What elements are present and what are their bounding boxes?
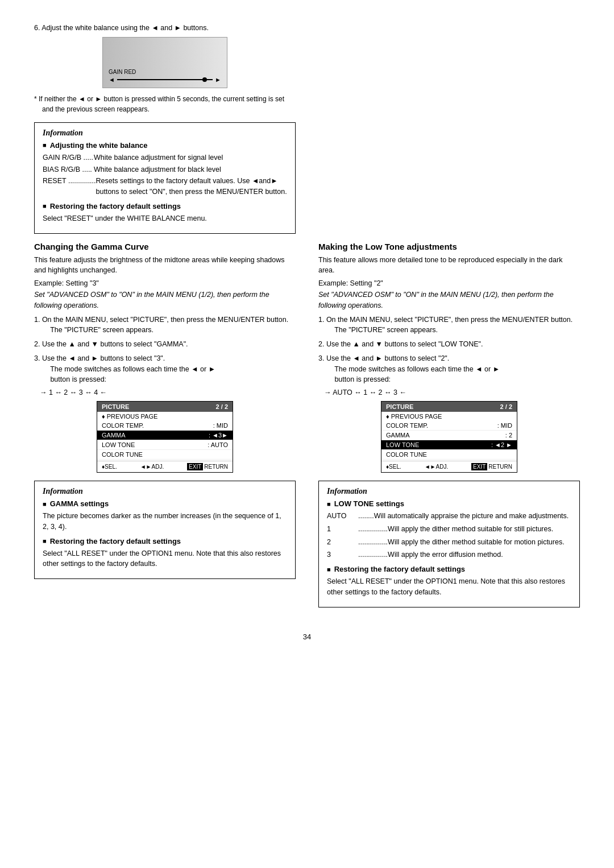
lowtone-menu-row-gamma: GAMMA: 2 — [381, 431, 517, 440]
info-title-lowtone: Information — [327, 487, 571, 496]
gamma-prev-page-text: ♦ PREVIOUS PAGE — [102, 413, 157, 420]
lowtone-auto-desc: Will automatically appraise the picture … — [374, 511, 571, 522]
gamma-menu-row-gamma: GAMMA: ◄3► — [97, 431, 233, 440]
gamma-footer-sel: ♦SEL. — [102, 463, 117, 470]
gamma-prev-page-row: ♦ PREVIOUS PAGE — [97, 412, 233, 421]
wb-reset-label-text: RESET .............. — [43, 176, 96, 197]
wb-minus-icon: ◄ — [109, 76, 115, 83]
lowtone-section-title: Making the Low Tone adjustments — [318, 242, 580, 251]
lowtone-menu-row-colortemp: COLOR TEMP.: MID — [381, 421, 517, 431]
lowtone-example: Example: Setting "2" — [318, 279, 580, 287]
lowtone-picture-menu: PICTURE 2 / 2 ♦ PREVIOUS PAGE COLOR TEMP… — [381, 401, 517, 473]
info-box-lowtone: Information LOW TONE settings AUTO .....… — [318, 481, 580, 607]
lowtone-item3: 3 ............... Will apply the error d… — [327, 549, 571, 560]
gamma-settings-text: The picture becomes darker as the number… — [43, 511, 287, 532]
lowtone-auto-label: AUTO — [327, 511, 358, 522]
lowtone-auto-row: AUTO ........ Will automatically apprais… — [327, 511, 571, 522]
main-two-col: Changing the Gamma Curve This feature ad… — [34, 242, 580, 615]
lowtone-step1: 1. On the MAIN MENU, select "PICTURE", t… — [318, 315, 580, 336]
lowtone-menu-footer: ♦SEL. ◄►ADJ. EXITRETURN — [381, 461, 517, 472]
gamma-menu-header: PICTURE 2 / 2 — [97, 402, 233, 412]
wb-slider-knob — [202, 77, 207, 82]
lowtone-mode-sequence: → AUTO ↔ 1 ↔ 2 ↔ 3 ← — [324, 388, 580, 396]
wb-row-reset: RESET .............. Resets settings to … — [43, 176, 287, 197]
top-two-col: 6. Adjust the white balance using the ◄ … — [34, 23, 580, 242]
col-right-top — [318, 23, 580, 242]
gamma-menu-row-lowtone: LOW TONE: AUTO — [97, 440, 233, 450]
lowtone-italic-note: Set "ADVANCED OSM" to "ON" in the MAIN M… — [318, 290, 580, 311]
lowtone-dots3: ............... — [358, 549, 388, 560]
step6-text: 6. Adjust the white balance using the ◄ … — [34, 23, 296, 34]
wb-bias-label-text: BIAS R/G/B ..... — [43, 164, 94, 175]
lowtone-item1: 1 ............... Will apply the dither … — [327, 524, 571, 535]
info-box-gamma: Information GAMMA settings The picture b… — [34, 481, 296, 579]
wb-gain-label: GAIN RED — [109, 69, 136, 75]
wb-reset-desc: Resets settings to the factory default v… — [96, 176, 287, 197]
gamma-italic-note: Set "ADVANCED OSM" to "ON" in the MAIN M… — [34, 290, 296, 311]
gamma-menu-row-colortune: COLOR TUNE — [97, 450, 233, 460]
lowtone-restore-text: Select "ALL RESET" under the OPTION1 men… — [327, 576, 571, 598]
lowtone-auto-dots: ........ — [358, 511, 374, 522]
info-heading-adjusting: Adjusting the white balance — [43, 141, 287, 150]
page-container: 6. Adjust the white balance using the ◄ … — [34, 23, 580, 641]
gamma-menu-footer: ♦SEL. ◄►ADJ. EXITRETURN — [97, 461, 233, 472]
wb-plus-icon: ► — [215, 76, 221, 83]
lowtone-footer-exit: EXITRETURN — [471, 463, 512, 470]
lowtone-step2: 2. Use the ▲ and ▼ buttons to select "LO… — [318, 339, 580, 350]
wb-bias-desc: White balance adjustment for black level — [94, 164, 287, 175]
lowtone-menu-header-left: PICTURE — [386, 403, 413, 410]
gamma-footer-exit: EXITRETURN — [187, 463, 228, 470]
gamma-picture-menu: PICTURE 2 / 2 ♦ PREVIOUS PAGE COLOR TEMP… — [97, 401, 233, 473]
gamma-section-title: Changing the Gamma Curve — [34, 242, 296, 251]
wb-row-bias: BIAS R/G/B ..... White balance adjustmen… — [43, 164, 287, 175]
lowtone-dots1: ............... — [358, 524, 388, 535]
wb-image-container: GAIN RED ◄ ► — [34, 37, 296, 88]
lowtone-step3: 3. Use the ◄ and ► buttons to select "2"… — [318, 353, 580, 385]
lowtone-prev-page-text: ♦ PREVIOUS PAGE — [386, 413, 442, 420]
info-heading-restore-lowtone: Restoring the factory default settings — [327, 565, 571, 573]
gamma-intro: This feature adjusts the brightness of t… — [34, 255, 296, 276]
col-left-gamma: Changing the Gamma Curve This feature ad… — [34, 242, 296, 615]
wb-slider-track — [117, 79, 213, 80]
info-heading-gamma-settings: GAMMA settings — [43, 499, 287, 508]
lowtone-menu-row-lowtone: LOW TONE: ◄2 ► — [381, 440, 517, 450]
info-heading-restore-gamma: Restoring the factory default settings — [43, 537, 287, 545]
gamma-restore-text: Select "ALL RESET" under the OPTION1 men… — [43, 548, 287, 570]
info-heading-restore-wb: Restoring the factory default settings — [43, 202, 287, 210]
lowtone-item2: 2 ............... Will apply the dither … — [327, 537, 571, 548]
exit-box-icon: EXIT — [187, 463, 203, 470]
lowtone-dots2: ............... — [358, 537, 388, 548]
col-left-top: 6. Adjust the white balance using the ◄ … — [34, 23, 296, 242]
lowtone-desc2: Will apply the dither method suitable fo… — [388, 537, 571, 548]
wb-gain-desc: White balance adjustment for signal leve… — [94, 152, 287, 163]
lowtone-prev-page-row: ♦ PREVIOUS PAGE — [381, 412, 517, 421]
gamma-step2: 2. Use the ▲ and ▼ buttons to select "GA… — [34, 339, 296, 350]
lowtone-desc1: Will apply the dither method suitable fo… — [388, 524, 571, 535]
lowtone-menu-header: PICTURE 2 / 2 — [381, 402, 517, 412]
exit-box-lowtone-icon: EXIT — [471, 463, 487, 470]
gamma-menu-header-right: 2 / 2 — [216, 403, 228, 410]
page-number: 34 — [34, 633, 580, 641]
wb-slider-row: ◄ ► — [109, 76, 221, 83]
lowtone-intro: This feature allows more detailed tone t… — [318, 255, 580, 276]
gamma-footer-adj: ◄►ADJ. — [140, 463, 164, 470]
wb-row-gain: GAIN R/G/B ..... White balance adjustmen… — [43, 152, 287, 163]
info-heading-lowtone-settings: LOW TONE settings — [327, 499, 571, 508]
lowtone-num2: 2 — [327, 537, 358, 548]
info-title-wb: Information — [43, 129, 287, 138]
asterisk-note: * If neither the ◄ or ► button is presse… — [34, 94, 296, 114]
lowtone-footer-adj: ◄►ADJ. — [425, 463, 448, 470]
lowtone-menu-row-colortune: COLOR TUNE — [381, 450, 517, 460]
lowtone-menu-header-right: 2 / 2 — [500, 403, 512, 410]
lowtone-num3: 3 — [327, 549, 358, 560]
info-title-gamma: Information — [43, 487, 287, 496]
gamma-step1: 1. On the MAIN MENU, select "PICTURE", t… — [34, 315, 296, 336]
gamma-mode-sequence: → 1 ↔ 2 ↔ 3 ↔ 4 ← — [40, 388, 296, 396]
wb-gain-label-text: GAIN R/G/B ..... — [43, 152, 94, 163]
gamma-step3: 3. Use the ◄ and ► buttons to select "3"… — [34, 353, 296, 385]
col-right-lowtone: Making the Low Tone adjustments This fea… — [318, 242, 580, 615]
gamma-menu-row-colortemp: COLOR TEMP.: MID — [97, 421, 233, 431]
lowtone-num1: 1 — [327, 524, 358, 535]
wb-restore-text: Select "RESET" under the WHITE BALANCE m… — [43, 213, 287, 224]
gamma-example: Example: Setting "3" — [34, 279, 296, 287]
